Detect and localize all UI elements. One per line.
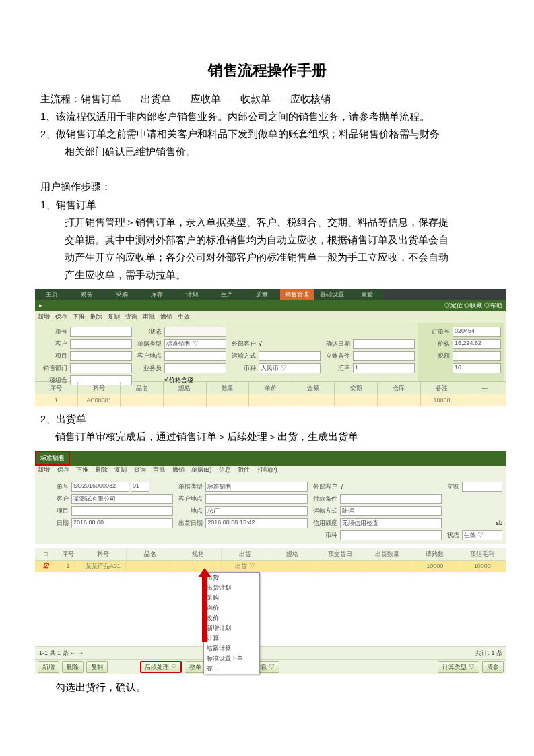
- toolbar-btn[interactable]: 下推: [76, 466, 88, 473]
- status-input[interactable]: [164, 327, 226, 337]
- toolbar-btn[interactable]: 保存: [57, 466, 69, 473]
- dropdown-item[interactable]: 改价: [204, 613, 259, 623]
- clear-button[interactable]: 清参: [482, 661, 504, 673]
- toolbar-btn[interactable]: 下推: [73, 313, 85, 321]
- followup-button[interactable]: 后续处理 ▽: [140, 661, 182, 673]
- field-label: 业务员: [132, 364, 162, 373]
- addr-input[interactable]: [164, 351, 226, 361]
- calctype-button[interactable]: 计算类型 ▽: [438, 661, 479, 673]
- cell: 10000: [459, 561, 506, 572]
- toolbar-btn[interactable]: 撤销: [172, 466, 185, 473]
- date-input[interactable]: 2016.08.08: [71, 518, 173, 528]
- menu-item[interactable]: 主页: [35, 289, 69, 300]
- ar-input[interactable]: [462, 482, 502, 492]
- menu-item[interactable]: 最爱: [350, 289, 384, 300]
- doctype-input[interactable]: 标准销售: [205, 482, 307, 492]
- cell: [127, 561, 174, 572]
- menu-item[interactable]: 库存: [140, 289, 174, 300]
- doctype-input[interactable]: 标准销售 ▽: [164, 339, 226, 349]
- dropdown-item[interactable]: 标准设置下单: [204, 654, 259, 664]
- toolbar-btn[interactable]: 复制: [108, 313, 120, 321]
- toolbar-btn[interactable]: 撤销: [160, 313, 172, 321]
- dropdown-item[interactable]: 结案计算: [204, 643, 259, 654]
- toolbar-btn[interactable]: 查询: [134, 466, 146, 473]
- toolbar-btn[interactable]: 单据(B): [191, 466, 211, 473]
- customer-input[interactable]: [70, 339, 132, 349]
- delete-button[interactable]: 删除: [62, 661, 84, 673]
- col-header: 出货数量: [364, 548, 411, 560]
- dropdown-item[interactable]: 出货计划: [204, 583, 259, 593]
- toolbar-btn[interactable]: 信息: [219, 466, 231, 473]
- order-no-input[interactable]: SO2016000032: [71, 482, 129, 492]
- payterm-input[interactable]: [340, 494, 442, 504]
- field-label: 状态: [442, 531, 459, 540]
- toolbar-btn[interactable]: 附件: [238, 466, 250, 473]
- dropdown-item[interactable]: 新增计划: [204, 623, 259, 633]
- site-input[interactable]: 总厂: [205, 506, 307, 516]
- toolbar-btn[interactable]: 新增: [38, 466, 50, 473]
- rate-input[interactable]: 1: [353, 363, 415, 373]
- field-label: 汇率: [321, 364, 350, 373]
- ar-term-input[interactable]: [353, 351, 415, 361]
- cell: AC00001: [78, 394, 121, 406]
- toolbar-btn[interactable]: 审批: [143, 313, 155, 321]
- ext-cust-chk[interactable]: √: [340, 483, 343, 490]
- menu-item[interactable]: 生产: [210, 289, 244, 300]
- seq-input[interactable]: 01: [131, 482, 149, 492]
- steps-header: 用户操作步骤：: [40, 178, 494, 195]
- toolbar-btn[interactable]: 复制: [114, 466, 127, 473]
- col-checkbox[interactable]: □: [35, 548, 57, 560]
- ship-date-input[interactable]: 2016.08.08 15:42: [205, 518, 307, 528]
- toolbar-btn[interactable]: 查询: [125, 313, 137, 321]
- dropdown-item[interactable]: 采购: [204, 593, 259, 603]
- user-label: sb: [496, 519, 502, 526]
- dropdown-item[interactable]: 计算: [204, 633, 259, 643]
- cell: [378, 394, 421, 406]
- wholeorder-button[interactable]: 整单: [185, 661, 206, 673]
- status-input[interactable]: 生效 ▽: [462, 530, 502, 540]
- dropdown-item[interactable]: 存...: [204, 664, 259, 674]
- dropdown-item[interactable]: 询价: [204, 603, 259, 613]
- credit-input[interactable]: 无须信用检查: [340, 518, 442, 528]
- grid-row-selected[interactable]: ☑ 1 某某产品A01 出货 ▽ 10000 10000: [35, 561, 506, 572]
- followup-dropdown[interactable]: 出货 出货计划 采购 询价 改价 新增计划 计算 结案计算 标准设置下单 存..…: [203, 572, 260, 674]
- field-label: 运输方式: [308, 507, 337, 515]
- menu-item-active[interactable]: 销售管理: [280, 289, 314, 300]
- menu-item[interactable]: 计划: [175, 289, 209, 300]
- dept-input[interactable]: [70, 363, 132, 373]
- confirm-date-input[interactable]: [353, 339, 415, 349]
- toolbar-btn[interactable]: 删除: [90, 313, 102, 321]
- toolbar: 新增 保存 下推 删除 复制 查询 审批 撤销 单据(B) 信息 附件 打印(P…: [35, 466, 506, 478]
- menu-item[interactable]: 基础设置: [315, 289, 349, 300]
- grid-row[interactable]: 1 AC00001 10000: [35, 394, 506, 406]
- project-input[interactable]: [70, 351, 132, 361]
- menu-item[interactable]: 财务: [70, 289, 104, 300]
- addr-input[interactable]: [205, 494, 307, 504]
- menu-item[interactable]: 采购: [105, 289, 139, 300]
- row-checkbox[interactable]: ☑: [35, 561, 57, 572]
- menu-item[interactable]: 质量: [245, 289, 279, 300]
- order-no-input[interactable]: [70, 327, 132, 337]
- col-header: 规格: [269, 548, 316, 560]
- currency-input[interactable]: [340, 530, 442, 540]
- currency-input[interactable]: 人民币 ▽: [259, 363, 321, 373]
- cell: [164, 394, 207, 406]
- toolbar-btn[interactable]: 新增: [38, 313, 50, 321]
- customer-input[interactable]: 某测试有限公司: [71, 494, 173, 504]
- copy-button[interactable]: 复制: [86, 661, 108, 673]
- sales-input[interactable]: [164, 363, 226, 373]
- toolbar-btn[interactable]: 删除: [96, 466, 108, 473]
- cell-ship-dropdown[interactable]: 出货 ▽: [222, 561, 269, 572]
- toolbar-btn[interactable]: 生效: [178, 313, 190, 321]
- right-tools[interactable]: ◎定位 ◎收藏 ◎帮助: [444, 301, 506, 310]
- ship-input[interactable]: [259, 351, 321, 361]
- cell: [121, 394, 164, 406]
- toolbar-btn[interactable]: 审批: [153, 466, 165, 473]
- dropdown-item[interactable]: 出货: [204, 573, 259, 583]
- toolbar-btn[interactable]: 打印(P): [257, 466, 277, 473]
- project-input[interactable]: [71, 506, 173, 516]
- add-button[interactable]: 新增: [38, 661, 59, 673]
- toolbar-btn[interactable]: 保存: [55, 313, 67, 321]
- ship-input[interactable]: 陆运: [340, 506, 442, 516]
- ext-cust-chk[interactable]: √: [259, 340, 262, 347]
